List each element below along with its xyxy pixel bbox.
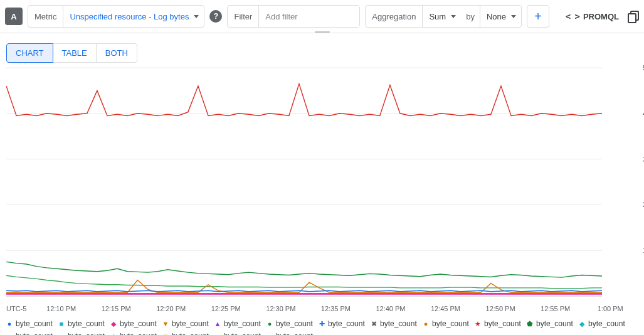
copy-icon[interactable] xyxy=(628,11,639,22)
chart-legend: ●byte_count■byte_count◆byte_count▼byte_c… xyxy=(6,312,638,335)
x-tick-label: 12:30 PM xyxy=(253,305,309,312)
legend-item[interactable]: ■byte_count xyxy=(58,330,110,335)
x-tick-label: 12:10 PM xyxy=(34,305,89,312)
legend-marker-icon: ■ xyxy=(58,321,65,327)
groupby-selector[interactable]: None xyxy=(480,6,521,27)
query-toolbar: A Metric Unspecified resource - Log byte… xyxy=(0,0,644,33)
dropdown-caret-icon xyxy=(511,15,516,18)
legend-marker-icon: ◆ xyxy=(579,321,585,327)
legend-item[interactable]: ◆byte_count xyxy=(579,317,631,330)
x-tick-label: 12:15 PM xyxy=(88,305,144,312)
legend-marker-icon: ★ xyxy=(475,321,481,327)
legend-marker-icon: ▼ xyxy=(162,321,169,327)
metric-value-text: Unspecified resource - Log bytes xyxy=(70,12,189,21)
legend-item[interactable]: ⬟byte_count xyxy=(527,317,579,330)
dropdown-caret-icon xyxy=(451,15,456,18)
x-tick-label: 12:55 PM xyxy=(528,305,583,312)
x-tick-label: 12:45 PM xyxy=(418,305,473,312)
add-query-button[interactable]: + xyxy=(527,5,549,28)
legend-marker-icon: ◆ xyxy=(110,321,117,327)
legend-marker-icon: ▲ xyxy=(214,321,221,327)
legend-item[interactable]: ▲byte_count xyxy=(214,330,267,335)
legend-item[interactable]: ◆byte_count xyxy=(110,330,162,335)
tab-chart[interactable]: CHART xyxy=(6,43,53,63)
legend-label: byte_count xyxy=(276,319,313,328)
line-chart[interactable] xyxy=(6,65,602,304)
metric-field-group: Metric Unspecified resource - Log bytes xyxy=(28,5,204,28)
metric-label: Metric xyxy=(28,6,63,27)
legend-label: byte_count xyxy=(120,332,157,335)
legend-label: byte_count xyxy=(484,319,521,328)
x-axis-labels: UTC-512:10 PM12:15 PM12:20 PM12:25 PM12:… xyxy=(6,304,638,312)
legend-label: byte_count xyxy=(172,332,209,335)
filter-field-group: Filter xyxy=(227,5,360,28)
legend-label: byte_count xyxy=(16,332,53,335)
legend-label: byte_count xyxy=(432,319,469,328)
x-tick-label: 12:25 PM xyxy=(198,305,253,312)
code-icon: < > xyxy=(566,11,579,21)
legend-item[interactable]: ●byte_count xyxy=(423,317,475,330)
legend-item[interactable]: ◆byte_count xyxy=(110,317,162,330)
legend-label: byte_count xyxy=(172,319,209,328)
legend-label: byte_count xyxy=(68,332,105,335)
filter-input[interactable] xyxy=(259,6,359,27)
legend-item[interactable]: ▼byte_count xyxy=(162,317,214,330)
x-tick-label: 12:35 PM xyxy=(309,305,364,312)
tab-both[interactable]: BOTH xyxy=(96,43,137,63)
legend-label: byte_count xyxy=(16,319,53,328)
legend-item[interactable]: ✖byte_count xyxy=(371,317,423,330)
legend-marker-icon: ● xyxy=(6,321,13,327)
legend-marker-icon: ● xyxy=(423,321,429,327)
legend-label: byte_count xyxy=(276,332,313,335)
legend-item[interactable]: ●byte_count xyxy=(267,317,319,330)
metric-selector[interactable]: Unspecified resource - Log bytes xyxy=(63,6,204,27)
legend-item[interactable]: ●byte_count xyxy=(267,330,319,335)
legend-label: byte_count xyxy=(328,319,365,328)
promql-label: PROMQL xyxy=(583,12,619,21)
by-label: by xyxy=(461,12,480,21)
legend-marker-icon: ✚ xyxy=(319,321,325,327)
query-badge: A xyxy=(5,8,23,25)
legend-marker-icon: ● xyxy=(267,321,273,327)
x-tick-label: 12:20 PM xyxy=(144,305,199,312)
legend-item[interactable]: ●byte_count xyxy=(6,330,58,335)
aggregation-field-group: Aggregation Sum by None xyxy=(365,5,522,28)
x-tick-label: 12:50 PM xyxy=(473,305,528,312)
promql-button[interactable]: < > PROMQL xyxy=(562,11,623,21)
legend-item[interactable]: ▼byte_count xyxy=(162,330,214,335)
legend-item[interactable]: ★byte_count xyxy=(475,317,527,330)
view-tabs: CHART TABLE BOTH xyxy=(6,43,644,63)
legend-label: byte_count xyxy=(68,319,105,328)
legend-item[interactable]: ●byte_count xyxy=(6,317,58,330)
legend-label: byte_count xyxy=(536,319,573,328)
legend-label: byte_count xyxy=(224,319,261,328)
x-tick-label: UTC-5 xyxy=(6,305,34,312)
dropdown-caret-icon xyxy=(194,15,199,18)
legend-marker-icon: ⬟ xyxy=(527,321,533,327)
legend-label: byte_count xyxy=(120,319,157,328)
legend-item[interactable]: ■byte_count xyxy=(58,317,110,330)
x-tick-label: 1:00 PM xyxy=(583,305,638,312)
legend-label: byte_count xyxy=(224,332,261,335)
legend-item[interactable]: ▲byte_count xyxy=(214,317,267,330)
chart-area: UTC-512:10 PM12:15 PM12:20 PM12:25 PM12:… xyxy=(6,65,638,335)
tab-table[interactable]: TABLE xyxy=(53,43,97,63)
plus-icon: + xyxy=(534,9,542,24)
x-tick-label: 12:40 PM xyxy=(363,305,418,312)
aggregation-label: Aggregation xyxy=(366,6,423,27)
aggregation-selector[interactable]: Sum xyxy=(423,6,461,27)
legend-label: byte_count xyxy=(588,319,625,328)
legend-marker-icon: ✖ xyxy=(371,321,377,327)
legend-label: byte_count xyxy=(380,319,417,328)
drag-handle-icon[interactable] xyxy=(315,31,330,34)
help-icon[interactable]: ? xyxy=(209,10,222,23)
legend-item[interactable]: ✚byte_count xyxy=(319,317,371,330)
groupby-value-text: None xyxy=(487,12,506,21)
aggregation-value-text: Sum xyxy=(429,12,446,21)
filter-label: Filter xyxy=(228,6,259,27)
